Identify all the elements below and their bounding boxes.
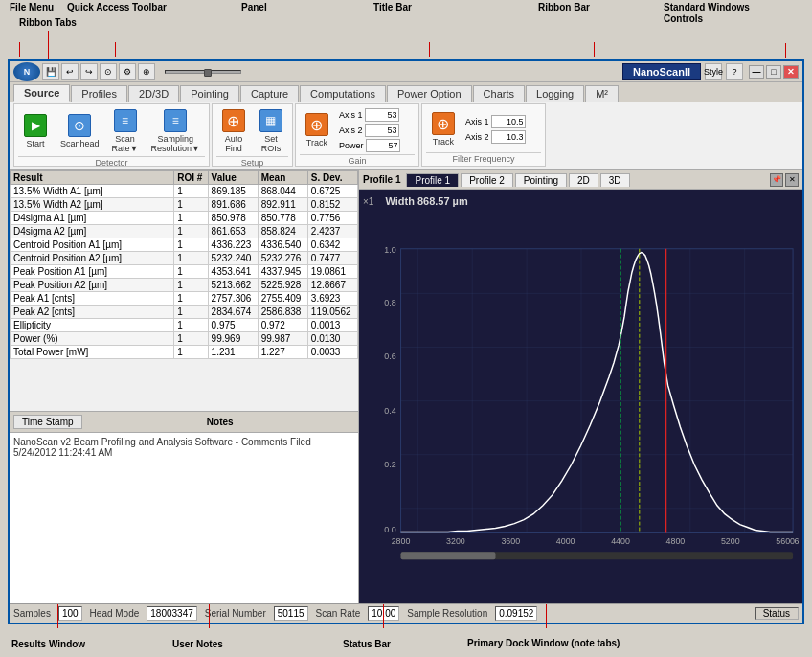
gain-axis2-input[interactable]	[365, 124, 399, 137]
ribbon-group-detector: ▶ Start ⊙ Scanhead ≡ ScanRate▼ ≡ Samplin…	[13, 103, 210, 167]
tab-profile2[interactable]: Profile 2	[461, 173, 513, 187]
qa-settings-btn[interactable]: ⚙	[119, 63, 136, 80]
sample-res-label: Sample Resolution	[407, 608, 487, 619]
tab-pointing[interactable]: Pointing	[515, 173, 567, 187]
track-label-gain: Track	[306, 138, 327, 147]
qa-undo-btn[interactable]: ↩	[61, 63, 79, 80]
table-cell: D4sigma A1 [µm]	[11, 212, 174, 225]
tab-power-option[interactable]: Power Option	[387, 85, 472, 102]
scan-rate-btn[interactable]: ≡ ScanRate▼	[107, 106, 144, 156]
table-cell: 2586.838	[258, 306, 307, 319]
track-btn-gain[interactable]: ⊕ Track	[300, 110, 334, 150]
close-btn[interactable]: ✕	[783, 65, 799, 79]
gain-content: ⊕ Track Axis 1 Axis 2 Power	[300, 106, 415, 154]
dock-pin-btn[interactable]: 📌	[770, 173, 783, 187]
table-row: D4sigma A1 [µm]1850.978850.7780.7756	[11, 212, 358, 225]
tab-m2[interactable]: M²	[585, 85, 619, 102]
table-cell: Peak Position A2 [µm]	[11, 279, 174, 292]
results-tbody: 13.5% Width A1 [µm]1869.185868.0440.6725…	[11, 185, 358, 359]
dock-close-btn[interactable]: ✕	[785, 173, 799, 187]
ann-ribbon-tabs: Ribbon Tabs	[19, 17, 77, 28]
ann-arrow-ribbonbar	[594, 42, 595, 57]
ribbon-group-filter: ⊕ Track Axis 1 Axis 2 Filter Frequency	[421, 103, 546, 167]
svg-text:0.0: 0.0	[384, 525, 395, 534]
status-right: Status	[755, 607, 799, 620]
ann-quick-access: Quick Access Toolbar	[67, 2, 167, 12]
table-cell: 858.824	[258, 225, 307, 238]
table-cell: Peak Position A1 [µm]	[11, 265, 174, 279]
svg-rect-0	[401, 249, 793, 533]
chart-scrollbar-thumb[interactable]	[401, 552, 496, 559]
maximize-btn[interactable]: □	[766, 65, 781, 79]
window-controls: — □ ✕	[749, 65, 799, 79]
qa-redo-btn[interactable]: ↪	[80, 63, 98, 80]
table-cell: 4336.223	[208, 238, 258, 252]
table-cell: Total Power [mW]	[11, 346, 174, 359]
freq-axis1-input[interactable]	[491, 115, 526, 128]
tab-2d[interactable]: 2D	[569, 173, 598, 187]
set-rois-label: SetROIs	[261, 134, 282, 153]
results-window[interactable]: Result ROI # Value Mean S. Dev. 13.5% Wi…	[10, 170, 358, 412]
timestamp-btn[interactable]: Time Stamp	[13, 415, 82, 429]
gain-row-axis2: Axis 2	[339, 124, 401, 137]
table-cell: D4sigma A2 [µm]	[11, 225, 174, 238]
table-cell: 5225.928	[258, 279, 307, 292]
set-rois-btn[interactable]: ▦ SetROIs	[254, 106, 288, 156]
svg-text:6: 6	[795, 536, 799, 546]
table-cell: 0.975	[208, 319, 258, 332]
tab-profiles[interactable]: Profiles	[71, 85, 127, 102]
sampling-resolution-btn[interactable]: ≡ SamplingResolution▼	[146, 106, 204, 156]
table-cell: 1.227	[258, 346, 307, 359]
table-cell: 1	[174, 225, 208, 238]
ribbon-tabs-bar: Source Profiles 2D/3D Pointing Capture C…	[10, 82, 802, 102]
table-cell: 1	[174, 212, 208, 225]
minimize-btn[interactable]: —	[749, 65, 764, 79]
notes-content[interactable]: NanoScan v2 Beam Profiling and Analysis …	[10, 433, 358, 603]
qa-extra-btn[interactable]: ⊕	[138, 63, 155, 80]
table-cell: 0.0130	[307, 332, 357, 346]
quick-access-slider[interactable]	[165, 70, 241, 74]
auto-find-btn[interactable]: ⊕ AutoFind	[216, 106, 251, 156]
table-cell: 99.987	[258, 332, 307, 346]
style-btn[interactable]: Style	[705, 63, 722, 80]
table-cell: 5232.276	[258, 252, 307, 265]
start-btn[interactable]: ▶ Start	[18, 111, 53, 151]
help-btn[interactable]: ?	[726, 63, 743, 80]
table-cell: 1	[174, 198, 208, 212]
tab-profile1[interactable]: Profile 1	[406, 173, 459, 187]
tab-capture[interactable]: Capture	[240, 85, 299, 102]
qa-scan-btn[interactable]: ⊙	[100, 63, 117, 80]
table-cell: 119.0562	[307, 306, 357, 319]
tab-pointing[interactable]: Pointing	[180, 85, 239, 102]
status-bar: Samples 100 Head Mode 18003347 Serial Nu…	[10, 603, 802, 623]
app-title-box: NanoScanII	[622, 63, 701, 80]
qa-save-btn[interactable]: 💾	[42, 63, 59, 80]
start-icon: ▶	[24, 114, 47, 137]
freq-row-axis1: Axis 1	[465, 115, 527, 128]
gain-axis1-input[interactable]	[365, 108, 399, 122]
tab-computations[interactable]: Computations	[300, 85, 386, 102]
dock-controls: 📌 ✕	[770, 173, 799, 187]
scanhead-btn[interactable]: ⊙ Scanhead	[56, 111, 104, 151]
table-cell: 0.6342	[307, 238, 357, 252]
freq-axis2-input[interactable]	[491, 130, 526, 144]
tab-2d3d[interactable]: 2D/3D	[128, 85, 179, 102]
freq-axis1-label: Axis 1	[465, 117, 489, 126]
ann-ribbon-bar: Ribbon Bar	[538, 2, 590, 12]
gain-power-input[interactable]	[366, 139, 400, 152]
gain-inputs: Axis 1 Axis 2 Power	[337, 106, 403, 154]
tab-3d[interactable]: 3D	[600, 173, 630, 187]
ann-arrow-quickaccess	[115, 42, 116, 57]
gain-axis1-label: Axis 1	[339, 110, 363, 120]
track-btn-filter[interactable]: ⊕ Track	[426, 109, 461, 149]
auto-find-icon: ⊕	[222, 109, 245, 132]
office-button[interactable]: N	[13, 62, 40, 81]
tab-source[interactable]: Source	[13, 84, 70, 102]
content-area: Result ROI # Value Mean S. Dev. 13.5% Wi…	[10, 170, 802, 603]
ann-status-bar: Status Bar	[343, 639, 391, 649]
table-cell: 1	[174, 346, 208, 359]
tab-charts[interactable]: Charts	[473, 85, 525, 102]
serial-number-value: 50115	[274, 606, 308, 621]
table-cell: 850.778	[258, 212, 307, 225]
tab-logging[interactable]: Logging	[526, 85, 584, 102]
